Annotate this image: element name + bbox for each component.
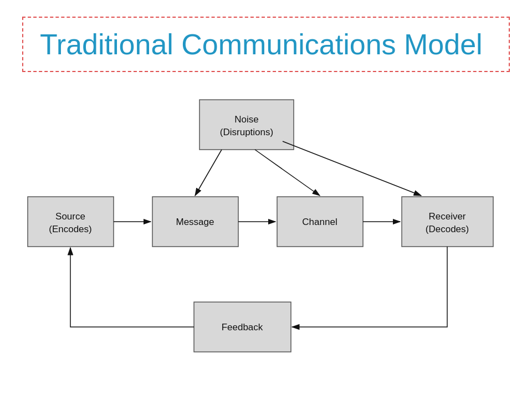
receiver-to-feedback-arrow — [292, 247, 447, 327]
noise-to-message-arrow — [195, 150, 222, 196]
message-label: Message — [176, 217, 214, 227]
title-box: Traditional Communications Model — [22, 17, 510, 72]
channel-label: Channel — [302, 217, 337, 227]
page-title: Traditional Communications Model — [40, 28, 483, 60]
source-label-line2: (Encodes) — [49, 224, 91, 234]
feedback-label: Feedback — [222, 322, 263, 332]
noise-label-line2: (Disruptions) — [220, 127, 273, 137]
receiver-label-line2: (Decodes) — [426, 224, 469, 234]
noise-label-line1: Noise — [234, 114, 258, 125]
source-label-line1: Source — [55, 211, 85, 222]
feedback-to-source-arrow — [70, 248, 194, 327]
noise-to-receiver-arrow — [283, 141, 421, 196]
receiver-label-line1: Receiver — [428, 211, 466, 222]
diagram: Noise (Disruptions) Source (Encodes) Mes… — [0, 89, 532, 399]
noise-to-channel-arrow — [255, 150, 320, 196]
